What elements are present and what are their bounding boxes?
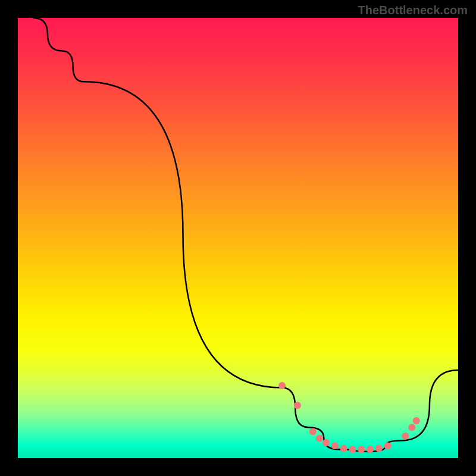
curve-line-group (33, 18, 458, 452)
chart-svg (18, 18, 458, 458)
curve-marker (294, 402, 301, 409)
watermark-text: TheBottleneck.com (358, 4, 468, 17)
curve-marker (309, 428, 317, 436)
curve-marker (331, 442, 339, 449)
curve-marker (413, 417, 420, 424)
curve-path (33, 18, 458, 452)
curve-markers-group (278, 382, 420, 453)
curve-marker (316, 435, 323, 442)
curve-marker (384, 442, 392, 449)
curve-marker (340, 445, 347, 452)
curve-marker (278, 382, 286, 389)
curve-marker (358, 446, 365, 453)
curve-marker (402, 433, 409, 440)
curve-marker (322, 439, 330, 446)
curve-marker (408, 424, 415, 431)
plot-area (18, 18, 458, 458)
curve-marker (375, 445, 383, 452)
curve-marker (349, 446, 356, 453)
curve-marker (367, 446, 374, 453)
